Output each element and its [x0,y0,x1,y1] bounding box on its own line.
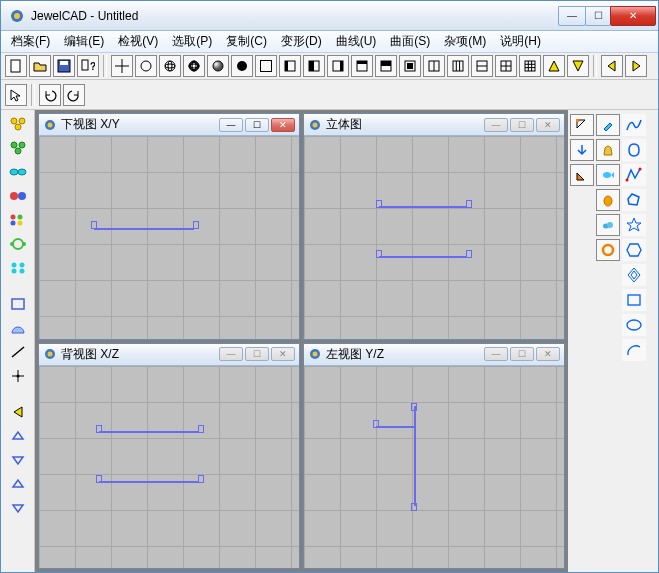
line-icon[interactable] [6,342,30,362]
handle-icon[interactable] [373,420,379,428]
menu-edit[interactable]: 编辑(E) [58,31,110,52]
geometry-line[interactable] [99,481,199,483]
maximize-button[interactable]: ☐ [585,6,611,26]
viewport-persp-canvas[interactable] [304,136,564,339]
egg-icon[interactable] [596,189,620,211]
sub-min-button[interactable]: — [484,347,508,361]
menu-surface[interactable]: 曲面(S) [384,31,436,52]
corner-tl-icon[interactable] [570,114,594,136]
close-button[interactable]: ✕ [610,6,656,26]
polyline-closed-icon[interactable] [622,189,646,211]
arc-icon[interactable] [622,339,646,361]
handle-icon[interactable] [198,475,204,483]
prev-yellow-icon[interactable] [601,55,623,77]
cloud-icon[interactable] [596,214,620,236]
corner-bl-icon[interactable] [570,164,594,186]
multi-circles-icon[interactable] [6,210,30,230]
menu-select[interactable]: 选取(P) [166,31,218,52]
square-grid9-icon[interactable] [519,55,541,77]
viewport-left-canvas[interactable] [304,366,564,569]
viewport-left[interactable]: 左视图 Y/Z — ☐ ✕ [303,343,565,570]
pointer-icon[interactable] [5,84,27,106]
sub-close-button[interactable]: ✕ [536,118,560,132]
menu-view[interactable]: 检视(V) [112,31,164,52]
menu-copy[interactable]: 复制(C) [220,31,273,52]
help-button[interactable]: ? [77,55,99,77]
square-box-icon[interactable] [399,55,421,77]
viewport-back[interactable]: 背视图 X/Z — ☐ ✕ [38,343,300,570]
sub-min-button[interactable]: — [484,118,508,132]
geometry-line[interactable] [379,256,467,258]
handle-icon[interactable] [376,250,382,258]
geometry-line[interactable] [99,431,199,433]
star-path-icon[interactable] [622,214,646,236]
titlebar[interactable]: JewelCAD - Untitled — ☐ ✕ [1,1,658,31]
geometry-line[interactable] [94,228,194,230]
square-hsplit-icon[interactable] [471,55,493,77]
viewport-back-canvas[interactable] [39,366,299,569]
nav-up-icon[interactable] [6,426,30,446]
undo-icon[interactable] [39,84,61,106]
open-button[interactable] [29,55,51,77]
ring-orange-icon[interactable] [596,239,620,261]
cyan-cluster-icon[interactable] [6,258,30,278]
viewport-top[interactable]: 下视图 X/Y — ☐ ✕ [38,113,300,340]
arrow-down-icon[interactable] [570,139,594,161]
sub-close-button[interactable]: ✕ [271,347,295,361]
handle-icon[interactable] [96,475,102,483]
square-vsplit-icon[interactable] [423,55,445,77]
circle-filled-icon[interactable] [231,55,253,77]
cross-icon[interactable] [6,366,30,386]
square-quad-icon[interactable] [495,55,517,77]
yellow-circles-icon[interactable] [6,114,30,134]
square-3col-icon[interactable] [447,55,469,77]
handle-icon[interactable] [198,425,204,433]
handle-icon[interactable] [411,503,417,511]
handle-icon[interactable] [411,403,417,411]
save-button[interactable] [53,55,75,77]
next-yellow-icon[interactable] [625,55,647,77]
sub-max-button[interactable]: ☐ [245,347,269,361]
nav-down2-icon[interactable] [6,498,30,518]
nav-up2-icon[interactable] [6,474,30,494]
square-left-icon[interactable] [279,55,301,77]
sphere-shaded-icon[interactable] [207,55,229,77]
viewport-persp-titlebar[interactable]: 立体图 — ☐ ✕ [304,114,564,136]
square-halfv-icon[interactable] [303,55,325,77]
menu-file[interactable]: 档案(F) [5,31,56,52]
square-icon[interactable] [255,55,277,77]
triangle-yellow-icon[interactable] [543,55,565,77]
viewport-back-titlebar[interactable]: 背视图 X/Z — ☐ ✕ [39,344,299,366]
square-blue-icon[interactable] [6,294,30,314]
viewport-top-canvas[interactable] [39,136,299,339]
polyline-icon[interactable] [622,164,646,186]
handle-icon[interactable] [96,425,102,433]
geometry-line[interactable] [414,406,416,506]
sphere-wire-icon[interactable] [159,55,181,77]
menu-deform[interactable]: 变形(D) [275,31,328,52]
sub-close-button[interactable]: ✕ [271,118,295,132]
handle-icon[interactable] [466,200,472,208]
ring-green-icon[interactable] [6,234,30,254]
sub-max-button[interactable]: ☐ [510,118,534,132]
sub-close-button[interactable]: ✕ [536,347,560,361]
bag-icon[interactable] [596,139,620,161]
fish-icon[interactable] [596,164,620,186]
left-arrow-yellow-icon[interactable] [6,402,30,422]
minimize-button[interactable]: — [558,6,586,26]
curve-closed-icon[interactable] [622,139,646,161]
viewport-persp[interactable]: 立体图 — ☐ ✕ [303,113,565,340]
curve1-icon[interactable] [622,114,646,136]
sub-min-button[interactable]: — [219,347,243,361]
half-circle-icon[interactable] [6,318,30,338]
geometry-line[interactable] [379,206,467,208]
sphere-dense-icon[interactable] [183,55,205,77]
sub-max-button[interactable]: ☐ [245,118,269,132]
triangle-down-icon[interactable] [567,55,589,77]
dropper-icon[interactable] [596,114,620,136]
hexagon-icon[interactable] [622,239,646,261]
square-halfh-icon[interactable] [375,55,397,77]
crosshair-icon[interactable] [111,55,133,77]
redo-icon[interactable] [63,84,85,106]
nav-down-icon[interactable] [6,450,30,470]
